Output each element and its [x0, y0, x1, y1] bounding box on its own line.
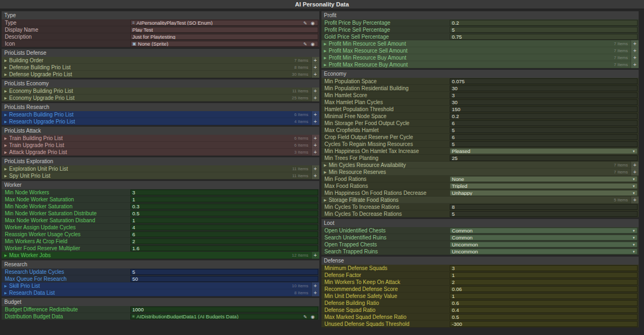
foldout-research-upgrade-prio-list[interactable]: ▶Research Upgrade Prio List4 Items+ [2, 118, 319, 125]
text-field-max-marked-squad-defense-ratio[interactable]: 0.5 [450, 314, 638, 320]
text-field-min-node-workers[interactable]: 3 [130, 190, 318, 195]
dropdown-min-food-rations[interactable]: None▼ [450, 176, 638, 182]
dropdown-open-unidentified-chests[interactable]: Common▼ [450, 228, 638, 234]
dropdown-max-food-rations[interactable]: Tripled▼ [450, 183, 638, 189]
add-item-button[interactable]: + [311, 172, 319, 179]
object-field-distribution-budget-data[interactable]: ≡AIDistributionBudgetData1 (AI Budgets D… [130, 314, 318, 319]
add-item-button[interactable]: + [631, 196, 639, 203]
foldout-max-worker-jobs[interactable]: ▶Max Worker Jobs12 Items+ [2, 252, 319, 259]
text-field-worker-assign-update-cycles[interactable]: 4 [130, 224, 318, 230]
text-field-min-workers-to-keep-on-attack[interactable]: 2 [450, 279, 638, 285]
text-field-research-update-cycles[interactable]: 5 [130, 269, 318, 275]
text-field-worker-food-reserve-multiplier[interactable]: 1.6 [130, 245, 318, 251]
text-field-minimum-defense-squads[interactable]: 3 [450, 265, 638, 271]
add-item-button[interactable]: + [311, 149, 319, 156]
text-field-min-population-residential-building[interactable]: 30 [450, 85, 638, 91]
add-item-button[interactable]: + [631, 47, 639, 54]
foldout-economy-upgrade-prio-list[interactable]: ▶Economy Upgrade Prio List25 Items+ [2, 94, 319, 101]
foldout-research-building-prio-list[interactable]: ▶Research Building Prio List6 Items+ [2, 111, 319, 118]
foldout-train-upgrade-prio-list[interactable]: ▶Train Upgrade Prio List6 Items+ [2, 142, 319, 149]
dropdown-search-trapped-ruins[interactable]: Uncommon▼ [450, 249, 638, 254]
add-item-button[interactable]: + [311, 165, 319, 172]
foldout-profit-max-resource-sell-amount[interactable]: ▶Profit Max Resource Sell Amount7 Items+ [321, 47, 639, 54]
add-item-button[interactable]: + [631, 40, 639, 47]
dropdown-min-happiness-on-food-rations-decrease[interactable]: Unhappy▼ [450, 190, 638, 196]
add-item-button[interactable]: + [631, 61, 639, 68]
text-field-max-node-worker-saturation[interactable]: 1 [130, 196, 318, 202]
add-item-button[interactable]: + [311, 289, 319, 296]
foldout-defense-building-prio-list[interactable]: ▶Defense Building Prio List8 Items+ [2, 64, 319, 71]
text-field-min-cycles-to-increase-rations[interactable]: 8 [450, 204, 638, 210]
add-item-button[interactable]: + [311, 57, 319, 64]
add-item-button[interactable]: + [311, 64, 319, 71]
text-field-defense-factor[interactable]: 1 [450, 272, 638, 278]
foldout-profit-max-resource-buy-amount[interactable]: ▶Profit Max Resource Buy Amount7 Items+ [321, 61, 639, 68]
inspect-icon[interactable]: ◉ [310, 41, 316, 47]
add-item-button[interactable]: + [631, 54, 639, 61]
foldout-attack-upgrade-prio-list[interactable]: ▶Attack Upgrade Prio List3 Items+ [2, 149, 319, 156]
foldout-building-order[interactable]: ▶Building Order7 Items+ [2, 57, 319, 64]
foldout-profit-min-resource-sell-amount[interactable]: ▶Profit Min Resource Sell Amount7 Items+ [321, 40, 639, 47]
text-field-defense-building-ratio[interactable]: 0.6 [450, 300, 638, 306]
dropdown-min-happiness-on-hamlet-tax-increase[interactable]: Pleased▼ [450, 148, 638, 154]
text-field-hamlet-population-threshold[interactable]: 150 [450, 106, 638, 112]
foldout-min-resource-reserves[interactable]: ▶Min Resource Reserves7 Items+ [321, 169, 639, 176]
text-field-gold-price-sell-percentage[interactable]: 0.75 [450, 34, 638, 40]
text-field-crop-field-output-reserve-per-cycle[interactable]: 6 [450, 134, 638, 140]
foldout-economy-building-prio-list[interactable]: ▶Economy Building Prio List11 Items+ [2, 88, 319, 94]
text-field-min-cycles-to-decrease-rations[interactable]: 5 [450, 211, 638, 217]
text-field-min-hamlet-score[interactable]: 3 [450, 92, 638, 98]
text-field-profit-price-sell-percentage[interactable]: 5 [450, 27, 638, 33]
foldout-min-cycles-resource-availability[interactable]: ▶Min Cycles Resource Availability7 Items… [321, 162, 639, 169]
text-field-reassign-worker-usage-cycles[interactable]: 6 [130, 231, 318, 237]
text-field-profit-price-buy-percentage[interactable]: 0.2 [450, 20, 638, 26]
foldout-defense-upgrade-prio-list[interactable]: ▶Defense Upgrade Prio List30 Items+ [2, 71, 319, 78]
text-field-unused-defense-squads-threshold[interactable]: -300 [450, 321, 638, 327]
object-field-icon[interactable]: ▣None (Sprite)✎◉ [130, 41, 318, 47]
text-field-min-unit-defense-safety-value[interactable]: 1 [450, 293, 638, 299]
inspect-icon[interactable]: ◉ [310, 20, 316, 26]
object-field-type[interactable]: ≡AIPersonalityPlayTest (SO Enum)✎◉ [130, 20, 318, 26]
text-field-display-name[interactable]: Play Test [130, 27, 318, 33]
text-field-description[interactable]: Just for Playtesting [130, 34, 318, 40]
text-field-min-workers-at-crop-field[interactable]: 2 [130, 238, 318, 244]
add-item-button[interactable]: + [311, 88, 319, 94]
add-item-button[interactable]: + [311, 71, 319, 78]
add-item-button[interactable]: + [311, 282, 319, 289]
text-field-max-cropfields-hamlet[interactable]: 5 [450, 127, 638, 133]
foldout-spy-unit-prio-list[interactable]: ▶Spy Unit Prio List11 Items+ [2, 172, 319, 179]
text-field-min-node-worker-saturation-distribute[interactable]: 0.5 [130, 210, 318, 216]
edit-pencil-icon[interactable]: ✎ [302, 314, 308, 319]
foldout-research-data-list[interactable]: ▶Research Data List8 Items+ [2, 289, 319, 296]
text-field-budget-difference-redistribute[interactable]: 1000 [130, 307, 318, 312]
text-field-recommended-defense-score[interactable]: 0.06 [450, 286, 638, 292]
edit-pencil-icon[interactable]: ✎ [302, 20, 308, 26]
text-field-max-node-worker-saturation-disband[interactable]: 1 [130, 217, 318, 223]
text-field-cycles-to-regain-missing-resources[interactable]: 5 [450, 141, 638, 147]
add-item-button[interactable]: + [311, 135, 319, 142]
add-item-button[interactable]: + [311, 142, 319, 149]
add-item-button[interactable]: + [311, 252, 319, 259]
foldout-train-building-prio-list[interactable]: ▶Train Building Prio List6 Items+ [2, 135, 319, 142]
text-field-min-trees-for-planting[interactable]: 25 [450, 155, 638, 161]
text-field-min-storage-per-food-output-cycle[interactable]: 6 [450, 120, 638, 126]
text-field-defense-squad-ratio[interactable]: 0.4 [450, 307, 638, 313]
text-field-min-population-space[interactable]: 0.075 [450, 78, 638, 84]
text-field-max-hamlet-plan-cycles[interactable]: 30 [450, 99, 638, 105]
add-item-button[interactable]: + [631, 169, 639, 176]
text-field-min-node-worker-saturation[interactable]: 0.3 [130, 203, 318, 209]
add-item-button[interactable]: + [631, 162, 639, 169]
foldout-storage-fillrate-food-rations[interactable]: ▶Storage Fillrate Food Rations5 Items+ [321, 196, 639, 203]
foldout-skill-prio-list[interactable]: ▶Skill Prio List10 Items+ [2, 282, 319, 289]
inspect-icon[interactable]: ◉ [310, 314, 316, 319]
edit-pencil-icon[interactable]: ✎ [302, 41, 308, 47]
text-field-minimal-free-node-space[interactable]: 0.2 [450, 113, 638, 119]
add-item-button[interactable]: + [311, 94, 319, 101]
text-field-max-queue-for-research[interactable]: 50 [130, 276, 318, 282]
add-item-button[interactable]: + [311, 118, 319, 125]
foldout-exploration-unit-prio-list[interactable]: ▶Exploration Unit Prio List11 Items+ [2, 165, 319, 172]
dropdown-search-unidentified-ruins[interactable]: Common▼ [450, 235, 638, 241]
foldout-profit-min-resource-buy-amount[interactable]: ▶Profit Min Resource Buy Amount7 Items+ [321, 54, 639, 61]
add-item-button[interactable]: + [311, 111, 319, 118]
dropdown-open-trapped-chests[interactable]: Uncommon▼ [450, 242, 638, 247]
